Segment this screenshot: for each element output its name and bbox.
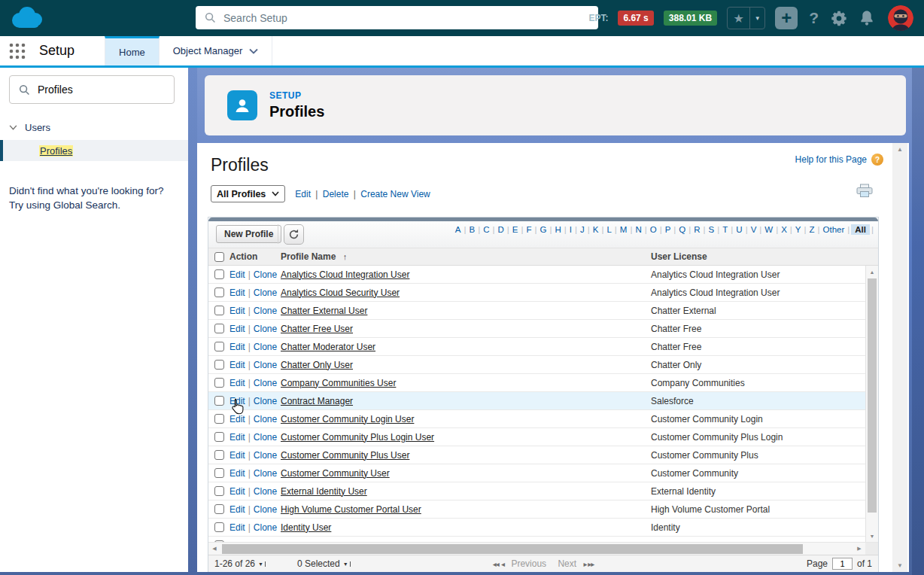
row-checkbox[interactable] — [214, 432, 224, 442]
row-checkbox[interactable] — [214, 522, 224, 532]
clone-link[interactable]: Clone — [254, 414, 277, 424]
row-checkbox[interactable] — [214, 342, 224, 351]
help-orange-icon[interactable]: ? — [871, 154, 883, 166]
edit-link[interactable]: Edit — [229, 378, 245, 388]
clone-link[interactable]: Clone — [254, 432, 277, 443]
edit-link[interactable]: Edit — [229, 450, 245, 461]
clone-link[interactable]: Clone — [254, 342, 277, 352]
alphabet-link-d[interactable]: D — [497, 224, 506, 235]
profile-name-link[interactable]: External Identity User — [281, 486, 367, 497]
view-delete-link[interactable]: Delete — [323, 189, 349, 199]
alphabet-link-q[interactable]: Q — [677, 224, 687, 235]
row-checkbox[interactable] — [214, 504, 224, 514]
printer-icon[interactable] — [856, 184, 873, 200]
alphabet-link-e[interactable]: E — [511, 224, 520, 235]
alphabet-link-o[interactable]: O — [649, 224, 658, 235]
page-number-input[interactable] — [832, 558, 853, 570]
tab-home[interactable]: Home — [105, 36, 160, 65]
clone-link[interactable]: Clone — [254, 468, 277, 479]
help-for-page-link[interactable]: Help for this Page — [795, 154, 867, 165]
edit-link[interactable]: Edit — [229, 306, 245, 316]
row-checkbox[interactable] — [214, 360, 224, 370]
alphabet-link-k[interactable]: K — [591, 224, 600, 235]
refresh-button[interactable] — [284, 224, 304, 245]
profile-name-link[interactable]: Chatter Moderator User — [281, 342, 375, 352]
setup-gear-icon[interactable] — [830, 9, 848, 27]
quick-find-input[interactable] — [38, 84, 158, 96]
previous-label[interactable]: Previous — [511, 558, 546, 569]
select-all-checkbox[interactable] — [214, 252, 224, 262]
scroll-left-icon[interactable]: ◀ — [208, 543, 220, 555]
row-checkbox[interactable] — [214, 486, 224, 496]
alphabet-link-n[interactable]: N — [634, 224, 643, 235]
profile-name-link[interactable]: Company Communities User — [281, 378, 396, 388]
edit-link[interactable]: Edit — [229, 468, 245, 479]
scroll-down-icon[interactable]: ▼ — [866, 530, 878, 542]
edit-link[interactable]: Edit — [229, 288, 245, 298]
alphabet-link-m[interactable]: M — [619, 224, 629, 235]
clone-link[interactable]: Clone — [254, 522, 277, 533]
alphabet-link-f[interactable]: F — [524, 224, 533, 235]
alphabet-link-u[interactable]: U — [734, 224, 743, 235]
alphabet-link-other[interactable]: Other — [822, 224, 846, 235]
profile-name-link[interactable]: Contract Manager — [281, 396, 353, 406]
row-checkbox[interactable] — [214, 306, 224, 315]
edit-link[interactable]: Edit — [229, 360, 245, 370]
alphabet-link-c[interactable]: C — [482, 224, 491, 235]
favorites-dropdown-icon[interactable]: ▼ — [750, 8, 764, 29]
profile-name-link[interactable]: Chatter Free User — [281, 324, 353, 334]
row-checkbox[interactable] — [214, 378, 224, 388]
alphabet-link-i[interactable]: I — [568, 224, 573, 235]
alphabet-link-y[interactable]: Y — [794, 224, 803, 235]
table-horizontal-scrollbar[interactable]: ◀ ▶ — [208, 542, 878, 555]
row-checkbox[interactable] — [214, 414, 224, 424]
row-checkbox[interactable] — [214, 269, 224, 279]
clone-link[interactable]: Clone — [254, 306, 277, 316]
edit-link[interactable]: Edit — [229, 522, 245, 533]
chevron-down-icon[interactable] — [9, 125, 17, 130]
clone-link[interactable]: Clone — [254, 504, 277, 515]
alphabet-link-v[interactable]: V — [749, 224, 758, 235]
help-icon[interactable]: ? — [807, 9, 820, 27]
sidebar-item-profiles-link[interactable]: Profiles — [39, 145, 73, 157]
scroll-right-icon[interactable]: ▶ — [853, 543, 865, 555]
profile-name-link[interactable]: High Volume Customer Portal User — [281, 504, 421, 515]
profile-name-link[interactable]: Chatter External User — [281, 306, 367, 316]
tab-object-manager[interactable]: Object Manager — [160, 36, 273, 65]
profile-name-link[interactable]: Analytics Cloud Integration User — [281, 269, 409, 280]
column-profile-name[interactable]: Profile Name ↑ — [281, 251, 651, 262]
profile-name-link[interactable]: Customer Community Plus Login User — [281, 432, 434, 443]
alphabet-link-l[interactable]: L — [605, 224, 612, 235]
scrollbar-thumb[interactable] — [868, 278, 877, 513]
favorite-star-icon[interactable]: ★ — [728, 8, 750, 29]
alphabet-link-r[interactable]: R — [692, 224, 701, 235]
alphabet-link-w[interactable]: W — [763, 224, 774, 235]
scrollbar-thumb[interactable] — [222, 544, 803, 554]
alphabet-link-j[interactable]: J — [579, 224, 586, 235]
alphabet-link-b[interactable]: B — [468, 224, 477, 235]
table-vertical-scrollbar[interactable]: ▲ ▼ — [865, 266, 878, 542]
create-new-view-link[interactable]: Create New View — [360, 189, 430, 199]
new-profile-button[interactable]: New Profile — [216, 225, 281, 243]
clone-link[interactable]: Clone — [254, 324, 277, 334]
edit-link[interactable]: Edit — [229, 269, 245, 280]
clone-link[interactable]: Clone — [254, 288, 277, 298]
edit-link[interactable]: Edit — [229, 414, 245, 424]
profile-name-link[interactable]: Chatter Only User — [281, 360, 353, 370]
user-avatar[interactable] — [888, 5, 913, 31]
row-checkbox[interactable] — [214, 450, 224, 460]
row-checkbox[interactable] — [214, 468, 224, 478]
salesforce-cloud-logo-icon[interactable] — [9, 5, 45, 31]
edit-link[interactable]: Edit — [229, 342, 245, 352]
next-label[interactable]: Next — [558, 558, 576, 569]
edit-link[interactable]: Edit — [229, 396, 245, 406]
clone-link[interactable]: Clone — [254, 486, 277, 497]
profile-name-link[interactable]: Customer Community Plus User — [281, 450, 409, 461]
edit-link[interactable]: Edit — [229, 324, 245, 334]
row-checkbox[interactable] — [214, 396, 224, 406]
scroll-up-icon[interactable]: ▲ — [866, 266, 878, 278]
iframe-scrollbar[interactable]: ▲ ▼ — [892, 143, 907, 572]
edit-link[interactable]: Edit — [229, 504, 245, 515]
sidebar-item-profiles[interactable]: Profiles — [0, 140, 188, 161]
alphabet-link-x[interactable]: X — [780, 224, 789, 235]
